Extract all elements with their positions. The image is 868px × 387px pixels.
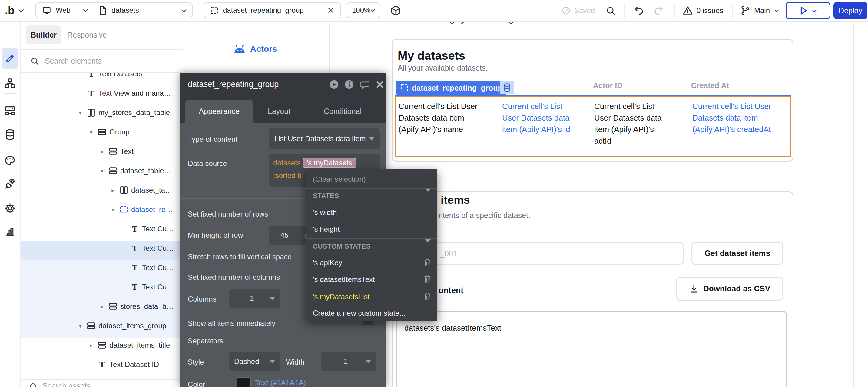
expression-token-selected[interactable]: 's myDatasets [303, 158, 356, 168]
tree-item[interactable]: ▾dataset_items_group [20, 316, 183, 335]
chevron-down-icon [774, 9, 779, 12]
styles-palette-icon[interactable] [4, 155, 16, 166]
tab-conditional[interactable]: Conditional [324, 100, 362, 123]
save-status: Saved [561, 0, 595, 21]
tab-appearance[interactable]: Appearance [185, 100, 253, 123]
comment-icon[interactable] [360, 79, 370, 90]
separators-label: Separators [188, 337, 223, 345]
chevron-down-icon[interactable] [181, 9, 187, 12]
tree-item[interactable]: ▸dataset_ta… [20, 181, 183, 200]
bubble-logo[interactable]: .b [5, 0, 24, 21]
cell-id[interactable]: Current cell's List User Datasets data i… [502, 100, 570, 135]
repeating-group-icon [210, 6, 219, 14]
search-elements-field[interactable]: Search elements [20, 50, 183, 72]
column-header-created-at: Created At [691, 81, 729, 90]
dataset-content-box[interactable]: datasets's datasetItemsText [396, 311, 787, 387]
tree-item[interactable]: ▸stores_data_b… [20, 297, 183, 316]
data-source-chip[interactable] [500, 81, 514, 95]
cell-name[interactable]: Current cell's List User Datasets data i… [399, 100, 477, 135]
search-icon [29, 382, 38, 387]
state-width-item[interactable]: 's width [306, 206, 437, 219]
custom-states-section-header[interactable]: CUSTOM STATES [306, 240, 437, 253]
tree-item[interactable]: TText Cu… [20, 278, 183, 297]
custom-state-datasetitemstext-item[interactable]: 's datasetItemsText [306, 273, 437, 286]
deploy-button[interactable]: Deploy [834, 2, 867, 20]
info-icon[interactable] [344, 79, 354, 90]
plugins-icon[interactable] [4, 179, 16, 190]
cell-createdat[interactable]: Current cell's List User Datasets data i… [692, 100, 771, 135]
tree-item[interactable]: ▸dataset_items_in… [20, 374, 183, 379]
tab-builder[interactable]: Builder [26, 26, 61, 44]
toolbar-divider [732, 4, 733, 18]
components-icon[interactable] [4, 105, 16, 117]
tree-item[interactable]: TText Cu… [20, 258, 183, 278]
color-swatch[interactable] [237, 377, 251, 387]
tree-item[interactable]: TText Dataset ID [20, 355, 183, 374]
nav-item-actors[interactable]: Actors [233, 42, 277, 56]
platform-select[interactable]: Web [42, 2, 88, 18]
close-icon[interactable] [376, 80, 384, 89]
popup-header[interactable]: dataset_repeating_group Appearance Layou… [180, 73, 386, 123]
tree-scroll-area[interactable]: TText Datasets TText View and mana… ▾my_… [20, 73, 183, 379]
tree-item-selected[interactable]: ▾dataset_re… [20, 200, 183, 219]
dataset-items-heading-fragment: items [441, 194, 470, 206]
type-of-content-select[interactable]: List User Datasets data item [269, 128, 380, 149]
states-section-header[interactable]: STATES [306, 190, 437, 202]
download-csv-button[interactable]: Download as CSV [676, 277, 783, 301]
tree-item[interactable]: ▾dataset_table… [20, 161, 183, 181]
rail-divider [4, 93, 17, 94]
trash-icon[interactable] [424, 275, 431, 284]
state-height-item[interactable]: 's height [306, 223, 437, 235]
search-icon[interactable] [606, 6, 616, 16]
tree-item[interactable]: TText Datasets [20, 73, 183, 84]
style-select[interactable]: Dashed [229, 352, 280, 371]
zoom-select[interactable]: 100% [346, 2, 380, 18]
style-label: Style [188, 358, 204, 366]
preview-cube-icon[interactable] [390, 5, 402, 17]
close-icon[interactable] [327, 7, 334, 14]
preview-run-button[interactable] [786, 2, 831, 20]
left-icon-rail [0, 21, 21, 387]
selected-element-badge[interactable]: dataset_repeating_group [396, 80, 507, 95]
custom-state-mydatasetslist-item[interactable]: 's myDatasetsList [306, 291, 437, 303]
workflow-icon[interactable] [4, 78, 16, 89]
page-select[interactable]: datasets [99, 2, 139, 18]
logs-chart-icon[interactable] [4, 226, 16, 237]
type-of-content-label: Type of content [188, 135, 238, 143]
settings-gear-icon[interactable] [4, 202, 16, 214]
tree-item[interactable]: ▸Text [20, 142, 183, 161]
tree-item[interactable]: ▸dataset_items_title [20, 335, 183, 355]
tree-item[interactable]: TText Cu… [20, 238, 183, 258]
issues-indicator[interactable]: 0 issues [683, 0, 723, 21]
warning-triangle-icon [683, 5, 693, 16]
preview-play-icon[interactable] [329, 79, 339, 90]
tree-item[interactable]: TText View and mana… [20, 84, 183, 103]
tree-item[interactable]: TText Cu… [20, 219, 183, 238]
trash-icon[interactable] [424, 292, 431, 301]
cell-actid[interactable]: Current cell's List User Datasets data i… [594, 100, 662, 147]
width-select[interactable]: 1 [321, 352, 376, 371]
dataset-id-input[interactable]: _001 [397, 242, 684, 265]
tree-item[interactable]: ▾my_stores_data_table [20, 103, 183, 122]
dropdown-divider [306, 305, 437, 306]
database-icon[interactable] [4, 129, 16, 140]
get-dataset-items-button[interactable]: Get dataset items [691, 242, 783, 265]
open-element-tab[interactable]: dataset_repeating_group [204, 2, 341, 18]
tab-responsive[interactable]: Responsive [67, 26, 107, 44]
redo-icon[interactable] [653, 5, 664, 17]
column-header-actor-id: Actor ID [593, 81, 622, 90]
clear-selection-item[interactable]: (Clear selection) [306, 173, 437, 185]
design-pencil-icon[interactable] [4, 53, 16, 64]
tree-item[interactable]: ▾Group [20, 122, 183, 142]
page-icon [99, 5, 107, 15]
create-custom-state-item[interactable]: Create a new custom state... [306, 307, 437, 319]
trash-icon[interactable] [424, 258, 431, 267]
search-assets-bar[interactable]: Search assets [20, 379, 183, 387]
undo-icon[interactable] [633, 5, 645, 17]
check-circle-icon [561, 6, 570, 15]
tab-layout[interactable]: Layout [268, 100, 290, 123]
custom-state-apikey-item[interactable]: 's apiKey [306, 257, 437, 269]
columns-select[interactable]: 1 [229, 289, 280, 308]
branch-select[interactable]: Main [740, 0, 779, 21]
color-value-link[interactable]: Text (#1A1A1A) [255, 379, 306, 387]
